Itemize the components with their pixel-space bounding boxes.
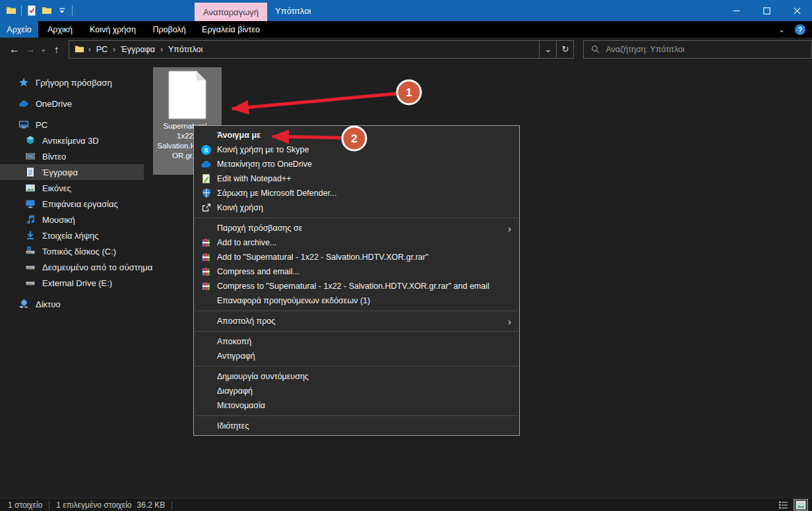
downloads-icon	[25, 230, 36, 241]
collapse-ribbon-chevron-icon[interactable]: ⌄	[778, 25, 785, 34]
menu-item-give-access[interactable]: Παροχή πρόσβασης σε ›	[194, 221, 519, 235]
ribbon-right-icons: ⌄ ?	[778, 21, 812, 38]
tab-home[interactable]: Αρχική	[38, 21, 82, 38]
onedrive-icon	[201, 159, 212, 170]
qat-separator	[21, 5, 22, 16]
minimize-button[interactable]	[721, 0, 751, 21]
sidebar-item-label: Αντικείμενα 3D	[42, 136, 99, 146]
menu-item-properties[interactable]: Ιδιότητες	[194, 419, 519, 433]
menu-item-label: Αντιγραφή	[217, 351, 255, 361]
documents-icon	[25, 167, 36, 177]
sidebar-item-pc[interactable]: PC	[0, 117, 144, 133]
menu-item-add-to-named[interactable]: Add to "Supernatural - 1x22 - Salvation.…	[194, 250, 519, 264]
view-thumbnails-icon	[796, 500, 806, 510]
selected-count-label: 1 επιλεγμένο στοιχείο	[56, 500, 131, 510]
menu-separator	[195, 218, 518, 218]
menu-item-label: Compress to "Supernatural - 1x22 - Salva…	[217, 282, 489, 291]
sidebar-item-music[interactable]: Μουσική	[0, 212, 144, 227]
menu-separator	[195, 366, 518, 367]
menu-item-edit-notepadpp[interactable]: Edit with Notepad++	[194, 171, 519, 186]
help-icon[interactable]: ?	[795, 24, 805, 35]
menu-item-compress-email[interactable]: Compress and email...	[194, 264, 519, 279]
maximize-button[interactable]	[751, 0, 782, 21]
view-details-button[interactable]	[776, 499, 791, 511]
menu-item-label: Μετακίνηση στο OneDrive	[217, 160, 312, 169]
objects3d-icon	[25, 135, 36, 146]
sidebar-item-pictures[interactable]: Εικόνες	[0, 180, 144, 196]
menu-item-share[interactable]: Κοινή χρήση	[194, 200, 519, 215]
qat-qat-caret-icon[interactable]	[57, 5, 67, 16]
sidebar-item-local-disk-c[interactable]: Τοπικός δίσκος (C:)	[0, 243, 144, 259]
tab-share[interactable]: Κοινή χρήση	[82, 21, 144, 38]
sidebar-item-desktop[interactable]: Επιφάνεια εργασίας	[0, 196, 144, 212]
menu-item-label: Edit with Notepad++	[217, 174, 292, 183]
tab-video-tools[interactable]: Εργαλεία βίντεο	[195, 21, 267, 38]
sidebar-item-objects-3d[interactable]: Αντικείμενα 3D	[0, 133, 144, 148]
submenu-chevron-icon: ›	[508, 316, 511, 326]
address-bar[interactable]: ›PC›Έγγραφα›Υπότιτλοι ⌄ ↻	[69, 40, 575, 59]
menu-item-label: Άνοιγμα με	[217, 131, 261, 140]
sidebar-item-label: External Drive (E:)	[42, 278, 112, 288]
menu-item-add-to-archive[interactable]: Add to archive...	[194, 235, 519, 250]
winrar-icon	[201, 252, 212, 263]
menu-item-label: Αποκοπή	[217, 337, 251, 346]
sidebar-item-quick-access[interactable]: Γρήγορη πρόσβαση	[0, 75, 144, 90]
onedrive-icon	[18, 98, 29, 109]
menu-item-delete[interactable]: Διαγραφή	[194, 384, 519, 398]
share-icon	[201, 202, 212, 214]
qat-properties-icon[interactable]	[26, 5, 37, 16]
pictures-icon	[25, 183, 36, 193]
sidebar-item-documents[interactable]: Έγγραφα	[0, 164, 144, 180]
breadcrumb-chevron-icon: ›	[109, 45, 119, 54]
sidebar-item-videos[interactable]: Βίντεο	[0, 148, 144, 164]
window-controls	[721, 0, 812, 21]
sidebar-item-external-drive-e[interactable]: External Drive (E:)	[0, 275, 144, 291]
up-button[interactable]: ↑	[49, 41, 65, 58]
notepadpp-icon	[201, 173, 212, 185]
navigation-bar: ← → ⌄ ↑ ›PC›Έγγραφα›Υπότιτλοι ⌄ ↻	[0, 38, 812, 61]
view-toggle-group	[776, 499, 808, 511]
qat-explorer-icon[interactable]	[6, 5, 16, 16]
menu-item-cut[interactable]: Αποκοπή	[194, 334, 519, 349]
ribbon-tab-row: ΑρχείοΑρχικήΚοινή χρήσηΠροβολήΕργαλεία β…	[0, 21, 812, 38]
address-dropdown-chevron-icon[interactable]: ⌄	[539, 41, 556, 58]
minimize-icon	[733, 7, 740, 15]
items-count-label: 1 στοιχείο	[8, 500, 42, 510]
sidebar-item-system-reserved[interactable]: Δεσμευμένο από το σύστημα	[0, 259, 144, 275]
menu-item-copy[interactable]: Αντιγραφή	[194, 349, 519, 363]
pc-icon	[18, 119, 29, 130]
menu-item-label: Διαγραφή	[217, 386, 253, 396]
menu-item-share-skype[interactable]: S Κοινή χρήση με το Skype	[194, 142, 519, 157]
sidebar-item-onedrive[interactable]: OneDrive	[0, 96, 144, 111]
menu-item-label: Compress and email...	[217, 267, 299, 276]
contextual-tab-play[interactable]: Αναπαραγωγή	[195, 3, 267, 21]
breadcrumb-item-1[interactable]: Έγγραφα	[119, 45, 156, 54]
refresh-icon[interactable]: ↻	[556, 41, 573, 58]
breadcrumb-item-0[interactable]: PC	[95, 45, 109, 54]
sidebar-item-label: Στοιχεία λήψης	[42, 231, 99, 241]
sidebar-item-downloads[interactable]: Στοιχεία λήψης	[0, 227, 144, 243]
recent-locations-chevron-icon[interactable]: ⌄	[38, 41, 49, 58]
back-button[interactable]: ←	[7, 41, 22, 58]
close-button[interactable]	[782, 0, 812, 21]
menu-item-scan-defender[interactable]: Σάρωση με Microsoft Defender...	[194, 186, 519, 200]
search-input[interactable]	[606, 45, 790, 54]
menu-item-compress-named-email[interactable]: Compress to "Supernatural - 1x22 - Salva…	[194, 279, 519, 293]
sidebar-item-label: Βίντεο	[42, 152, 66, 162]
menu-item-rename[interactable]: Μετονομασία	[194, 398, 519, 413]
selected-size-label: 36.2 KB	[137, 500, 166, 510]
tab-file[interactable]: Αρχείο	[0, 21, 38, 38]
breadcrumb-item-2[interactable]: Υπότιτλοι	[167, 45, 204, 54]
menu-item-send-to[interactable]: Αποστολή προς ›	[194, 314, 519, 328]
qat-new-folder-icon[interactable]	[42, 5, 52, 16]
sidebar-item-network[interactable]: Δίκτυο	[0, 296, 144, 312]
menu-item-open-with[interactable]: Άνοιγμα με	[194, 128, 519, 142]
view-thumbnails-button[interactable]	[794, 499, 808, 511]
menu-item-move-onedrive[interactable]: Μετακίνηση στο OneDrive	[194, 157, 519, 171]
forward-button[interactable]: →	[22, 41, 38, 58]
menu-item-restore-versions[interactable]: Επαναφορά προηγούμενων εκδόσεων (1)	[194, 293, 519, 308]
tab-view[interactable]: Προβολή	[144, 21, 195, 38]
menu-item-label: Παροχή πρόσβασης σε	[217, 224, 302, 233]
menu-item-create-shortcut[interactable]: Δημιουργία συντόμευσης	[194, 369, 519, 384]
search-box[interactable]	[583, 40, 812, 59]
